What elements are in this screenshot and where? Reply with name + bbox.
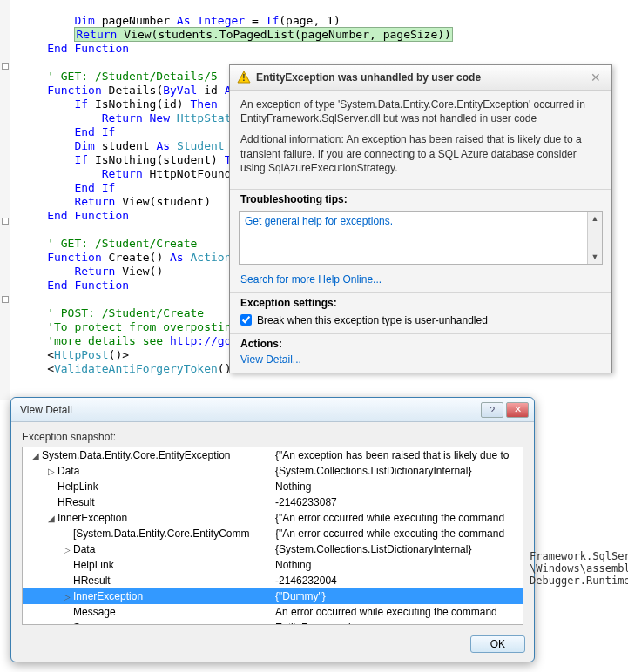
expand-icon[interactable]: ▷ [61, 592, 73, 601]
property-value: {"An error occurred while executing the … [275, 528, 523, 540]
scroll-down-icon[interactable]: ▼ [588, 250, 602, 264]
view-detail-dialog: View Detail ? ✕ Exception snapshot: ◢Sys… [10, 397, 535, 662]
break-on-exception-label: Break when this exception type is user-u… [257, 314, 488, 326]
property-value: Nothing [275, 480, 523, 493]
property-name: System.Data.Entity.Core.EntityException [42, 449, 231, 461]
exception-description: An exception of type 'System.Data.Entity… [240, 97, 601, 125]
break-on-exception-checkbox[interactable] [240, 314, 252, 326]
property-name: InnerException [73, 590, 143, 602]
property-value: An error occurred while executing the co… [275, 606, 523, 618]
search-help-link[interactable]: Search for more Help Online... [230, 272, 611, 292]
help-button[interactable]: ? [481, 402, 503, 418]
property-name: HelpLink [73, 559, 114, 571]
close-icon[interactable]: ✕ [587, 71, 604, 84]
property-name: Data [57, 465, 79, 477]
property-name: Message [73, 606, 116, 618]
close-button[interactable]: ✕ [506, 402, 529, 418]
svg-text:!: ! [242, 73, 245, 83]
expand-icon[interactable]: ▷ [45, 467, 57, 476]
scroll-up-icon[interactable]: ▲ [588, 212, 602, 225]
expand-icon[interactable]: ▷ [61, 545, 73, 554]
property-value: -2146232004 [275, 575, 523, 587]
grid-row[interactable]: ◢System.Data.Entity.Core.EntityException… [23, 447, 523, 463]
snapshot-label: Exception snapshot: [22, 431, 523, 443]
scrollbar[interactable]: ▲ ▼ [587, 212, 602, 264]
exception-snapshot-grid[interactable]: ◢System.Data.Entity.Core.EntityException… [22, 447, 523, 625]
grid-row[interactable]: HResult-2146232004 [23, 573, 523, 588]
grid-row[interactable]: ▷Data{System.Collections.ListDictionaryI… [23, 541, 523, 557]
actions-title: Actions: [230, 333, 611, 352]
property-value: {"An error occurred while executing the … [275, 512, 523, 524]
exception-settings-title: Exception settings: [230, 292, 611, 311]
property-name: HelpLink [57, 480, 98, 493]
grid-row[interactable]: HelpLinkNothing [23, 479, 523, 494]
grid-row[interactable]: HelpLinkNothing [23, 557, 523, 573]
property-value: -2146233087 [275, 496, 523, 508]
property-name: [System.Data.Entity.Core.EntityComm [73, 528, 250, 540]
popup-header: ! EntityException was unhandled by user … [230, 65, 611, 91]
property-value: {"An exception has been raised that is l… [275, 449, 523, 461]
property-name: HResult [57, 496, 95, 508]
grid-row[interactable]: ▷Data{System.Collections.ListDictionaryI… [23, 463, 523, 479]
property-name: HResult [73, 575, 111, 587]
property-name: Data [73, 543, 95, 555]
view-detail-link[interactable]: View Detail... [230, 352, 611, 373]
grid-row[interactable]: MessageAn error occurred while executing… [23, 604, 523, 620]
exception-helper-popup: ! EntityException was unhandled by user … [229, 64, 612, 373]
expand-icon[interactable]: ◢ [30, 451, 42, 460]
property-name: Source [73, 622, 106, 625]
exception-additional-info: Additional information: An exception has… [240, 132, 601, 175]
grid-row[interactable]: HResult-2146233087 [23, 494, 523, 510]
property-value: EntityFramework [275, 622, 523, 625]
troubleshooting-title: Troubleshooting tips: [230, 189, 611, 207]
grid-row[interactable]: SourceEntityFramework [23, 620, 523, 625]
grid-row[interactable]: ▷InnerException{"Dummy"} [23, 588, 523, 604]
dialog-title: View Detail [17, 404, 481, 416]
dialog-titlebar[interactable]: View Detail ? ✕ [11, 398, 534, 422]
property-value: {System.Collections.ListDictionaryIntern… [275, 465, 523, 477]
property-name: InnerException [57, 512, 127, 524]
ok-button[interactable]: OK [470, 635, 525, 653]
troubleshooting-tips-box: Get general help for exceptions. ▲ ▼ [239, 211, 603, 265]
grid-row[interactable]: [System.Data.Entity.Core.EntityComm{"An … [23, 526, 523, 541]
property-value: {System.Collections.ListDictionaryIntern… [275, 543, 523, 555]
grid-row[interactable]: ◢InnerException{"An error occurred while… [23, 510, 523, 526]
property-value: Nothing [275, 559, 523, 571]
property-value: {"Dummy"} [275, 590, 523, 602]
warning-icon: ! [237, 71, 251, 84]
popup-title: EntityException was unhandled by user co… [256, 71, 587, 84]
expand-icon[interactable]: ◢ [45, 514, 57, 523]
general-help-link[interactable]: Get general help for exceptions. [245, 215, 393, 227]
background-text: Framework.SqlServe \Windows\assembly\d D… [530, 538, 628, 587]
popup-body: An exception of type 'System.Data.Entity… [230, 91, 611, 189]
